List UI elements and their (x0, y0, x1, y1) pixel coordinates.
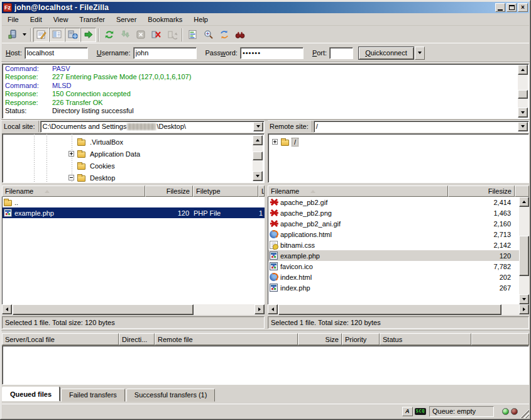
scroll-thumb[interactable] (519, 236, 529, 276)
local-row-example-php[interactable]: example.php 120 PHP File 1 (3, 207, 265, 218)
remote-row[interactable]: index.php 267 (268, 282, 529, 293)
column-filename[interactable]: Filename (2, 185, 145, 197)
log-line: Response:227 Entering Passive Mode (127,… (5, 73, 528, 81)
expand-plus-icon[interactable] (68, 151, 74, 157)
tree-item-root[interactable]: / (272, 136, 298, 148)
filter-icon[interactable] (185, 28, 200, 42)
toggle-message-log-icon[interactable] (33, 28, 49, 42)
quickconnect-button[interactable]: Quickconnect (358, 47, 414, 60)
menu-transfer[interactable]: Transfer (74, 14, 111, 25)
scroll-down-button[interactable] (519, 294, 529, 304)
remote-site-combo[interactable]: / (314, 121, 529, 133)
local-site-combo-dropdown[interactable] (253, 122, 263, 131)
username-input[interactable] (133, 47, 197, 59)
scroll-left-button[interactable] (2, 304, 12, 314)
remote-list-scrollbar[interactable] (519, 197, 529, 304)
scroll-thumb[interactable] (518, 90, 528, 99)
remote-row[interactable]: favicon.ico 7,782 (268, 261, 529, 272)
scroll-thumb[interactable] (253, 152, 263, 160)
minimize-button[interactable] (495, 3, 505, 12)
scroll-right-button[interactable] (255, 304, 265, 314)
tab-successful-transfers[interactable]: Successful transfers (1) (126, 389, 216, 402)
menu-bookmarks[interactable]: Bookmarks (142, 14, 188, 25)
tree-item-cookies[interactable]: Cookies (68, 160, 117, 172)
column-filesize[interactable]: Filesize (448, 185, 515, 197)
host-input[interactable] (25, 47, 88, 59)
maximize-button[interactable] (506, 3, 517, 12)
tree-item-virtualbox[interactable]: .VirtualBox (68, 136, 125, 148)
remote-row[interactable]: apache_pb2.png 1,463 (268, 207, 529, 218)
local-site-combo[interactable]: C:\Documents and Settings\Desktop\ (40, 121, 265, 133)
scroll-down-button[interactable] (253, 171, 263, 181)
scroll-up-button[interactable] (253, 135, 263, 145)
css-file-icon (270, 241, 278, 249)
ascii-transfer-type-icon[interactable]: A (402, 407, 413, 416)
port-input[interactable] (329, 47, 353, 59)
local-hscrollbar[interactable] (2, 304, 265, 315)
column-last-modified[interactable]: L (258, 185, 265, 197)
tab-failed-transfers[interactable]: Failed transfers (61, 389, 125, 402)
close-button[interactable]: × (518, 3, 528, 12)
chevron-down-icon (23, 33, 26, 36)
resize-grip[interactable] (520, 409, 529, 418)
remote-row[interactable]: applications.html 2,713 (268, 229, 529, 240)
column-size[interactable]: Size (298, 333, 342, 345)
tree-item-application-data[interactable]: Application Data (68, 148, 142, 160)
process-queue-icon[interactable] (117, 28, 133, 42)
column-filename[interactable]: Filename (268, 185, 448, 197)
scroll-left-button[interactable] (268, 304, 278, 314)
toggle-transfer-queue-icon[interactable] (80, 28, 96, 42)
column-direction[interactable]: Directi... (119, 333, 155, 345)
tab-queued-files[interactable]: Queued files (2, 387, 60, 401)
remote-site-combo-dropdown[interactable] (518, 122, 528, 131)
scroll-right-button[interactable] (519, 304, 529, 314)
menu-file[interactable]: File (2, 14, 25, 25)
column-status[interactable]: Status (380, 333, 471, 345)
remote-hscrollbar[interactable] (268, 304, 529, 315)
column-remote-file[interactable]: Remote file (155, 333, 298, 345)
refresh-icon[interactable] (101, 28, 117, 42)
site-manager-dropdown[interactable] (20, 28, 28, 42)
local-path: C:\Documents and Settings\Desktop\ (43, 123, 186, 130)
column-filler (471, 333, 529, 345)
menu-server[interactable]: Server (111, 14, 142, 25)
remote-row[interactable]: bitnami.css 2,142 (268, 240, 529, 250)
scroll-up-button[interactable] (518, 65, 528, 75)
quickconnect-dropdown[interactable] (415, 47, 425, 60)
toggle-local-tree-icon[interactable] (49, 28, 65, 42)
speed-limits-icon[interactable]: SCQ (415, 408, 426, 415)
window-title: john@localhost - FileZilla (14, 3, 494, 12)
remote-row-selected[interactable]: example.php 120 (268, 250, 529, 261)
site-manager-icon[interactable] (4, 28, 20, 42)
column-filetype[interactable]: Filetype (193, 185, 258, 197)
menu-help[interactable]: Help (188, 14, 214, 25)
local-row-parent[interactable]: .. (3, 197, 265, 207)
column-priority[interactable]: Priority (342, 333, 380, 345)
column-server-local-file[interactable]: Server/Local file (2, 333, 119, 345)
log-scrollbar[interactable] (518, 65, 528, 118)
find-files-icon[interactable] (232, 28, 248, 42)
scroll-up-button[interactable] (519, 197, 529, 207)
reconnect-icon[interactable] (164, 28, 180, 42)
scroll-thumb[interactable] (278, 304, 501, 315)
password-input[interactable] (240, 47, 304, 59)
disconnect-icon[interactable] (148, 28, 164, 42)
remote-row[interactable]: apache_pb2.gif 2,414 (268, 197, 529, 207)
local-tree-scrollbar[interactable] (253, 135, 263, 181)
directory-comparison-icon[interactable] (200, 28, 216, 42)
scroll-down-button[interactable] (518, 108, 528, 118)
remote-row[interactable]: apache_pb2_ani.gif 2,160 (268, 218, 529, 229)
scroll-thumb[interactable] (13, 304, 194, 315)
filezilla-logo-icon[interactable]: Fz (3, 3, 12, 12)
column-filesize[interactable]: Filesize (145, 185, 193, 197)
remote-row[interactable]: index.html 202 (268, 272, 529, 282)
quickconnect-bar: Host: Username: Password: Port: Quickcon… (2, 44, 529, 62)
synchronized-browsing-icon[interactable] (216, 28, 232, 42)
menu-edit[interactable]: Edit (25, 14, 48, 25)
cancel-operation-icon[interactable] (133, 28, 148, 42)
expand-plus-icon[interactable] (272, 139, 278, 145)
menu-view[interactable]: View (48, 14, 74, 25)
collapse-minus-icon[interactable] (68, 175, 74, 180)
tree-item-desktop[interactable]: Desktop (68, 172, 117, 183)
toggle-remote-tree-icon[interactable] (65, 28, 80, 42)
